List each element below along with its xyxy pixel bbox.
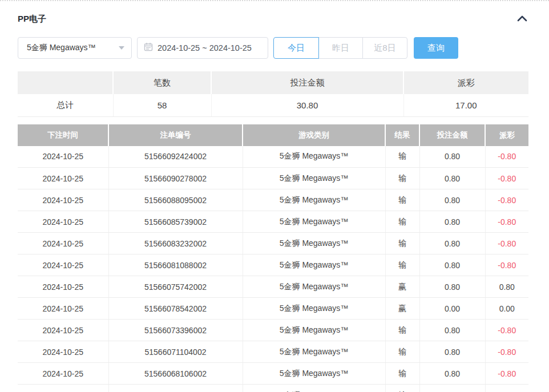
payout-cell: -0.80 — [485, 233, 528, 254]
result-cell: 输 — [385, 146, 419, 168]
bet-amount-cell: 0.80 — [419, 168, 485, 189]
bet-amount-cell: 0.80 — [419, 233, 485, 254]
calendar-icon — [144, 42, 153, 54]
header-order-id: 注单编号 — [108, 124, 243, 146]
summary-bet-amount-value: 30.80 — [211, 94, 403, 116]
table-row: 总计5830.8017.00 — [18, 94, 528, 116]
order-id-cell: 51566081088002 — [108, 254, 243, 276]
bet-time-cell: 2024-10-25 — [18, 363, 108, 385]
payout-cell: -0.80 — [485, 211, 528, 233]
result-cell: 赢 — [385, 276, 419, 298]
date-range-value: 2024-10-25 ~ 2024-10-25 — [158, 43, 252, 52]
game-select[interactable]: 5金狮 Megaways™ — [18, 37, 132, 59]
bet-time-cell: 2024-10-25 — [18, 146, 108, 168]
order-id-cell: 51566085739002 — [108, 211, 243, 233]
bet-time-cell: 2024-10-25 — [18, 189, 108, 211]
game-type-cell: 5金狮 Megaways™ — [243, 298, 385, 320]
order-id-cell: 51566078542002 — [108, 298, 243, 320]
bet-time-cell: 2024-10-25 — [18, 298, 108, 320]
game-type-cell: 5金狮 Megaways™ — [243, 168, 385, 189]
payout-cell: -0.80 — [485, 254, 528, 276]
summary-header-payout: 派彩 — [403, 71, 528, 94]
order-id-cell: 51566073396002 — [108, 320, 243, 341]
bet-time-cell: 2024-10-25 — [18, 168, 108, 189]
bet-amount-cell: 0.80 — [419, 363, 485, 385]
bet-time-cell: 2024-10-25 — [18, 385, 108, 392]
game-type-cell: 5金狮 Megaways™ — [243, 341, 385, 363]
bet-amount-cell: 0.80 — [419, 211, 485, 233]
table-row: 2024-10-25515660902780025金狮 Megaways™输0.… — [18, 168, 528, 189]
result-cell: 输 — [385, 320, 419, 341]
header-game-type: 游戏类别 — [243, 124, 385, 146]
payout-cell: -0.80 — [485, 363, 528, 385]
bet-time-cell: 2024-10-25 — [18, 341, 108, 363]
payout-cell: 0.00 — [485, 298, 528, 320]
summary-header-count: 笔数 — [113, 71, 211, 94]
chevron-up-icon — [516, 15, 528, 24]
summary-body: 总计5830.8017.00 — [18, 94, 528, 116]
game-type-cell: 5金狮 Megaways™ — [243, 254, 385, 276]
table-row: 2024-10-25515660757420025金狮 Megaways™赢0.… — [18, 276, 528, 298]
pp-electronic-panel: PP电子 5金狮 Megaways™ — [0, 0, 549, 392]
quick-date-button-group: 今日 昨日 近8日 — [273, 37, 407, 59]
order-id-cell: 51566075742002 — [108, 276, 243, 298]
bet-time-cell: 2024-10-25 — [18, 233, 108, 254]
bet-amount-cell: 0.80 — [419, 385, 485, 392]
game-type-cell: 5金狮 Megaways™ — [243, 146, 385, 168]
summary-payout-value: 17.00 — [403, 94, 528, 116]
summary-header-bet-amount: 投注金额 — [211, 71, 403, 94]
game-select-value: 5金狮 Megaways™ — [27, 43, 115, 53]
chevron-down-icon — [119, 46, 124, 50]
result-cell: 输 — [385, 341, 419, 363]
bets-header-row: 下注时间注单编号游戏类别结果投注金额派彩 — [18, 124, 528, 146]
payout-cell: 0.80 — [485, 276, 528, 298]
game-type-cell: 5金狮 Megaways™ — [243, 211, 385, 233]
result-cell: 输 — [385, 385, 419, 392]
header-payout: 派彩 — [485, 124, 528, 146]
collapse-button[interactable] — [516, 14, 528, 23]
result-cell: 输 — [385, 211, 419, 233]
header-bet-amount: 投注金额 — [419, 124, 485, 146]
result-cell: 输 — [385, 254, 419, 276]
bet-amount-cell: 0.80 — [419, 189, 485, 211]
game-type-cell: 5金狮 Megaways™ — [243, 320, 385, 341]
order-id-cell: 51566065848002 — [108, 385, 243, 392]
summary-table: 笔数投注金额派彩 总计5830.8017.00 — [18, 71, 528, 117]
query-button[interactable]: 查询 — [414, 37, 458, 59]
payout-cell: -0.80 — [485, 320, 528, 341]
quick-filter-yesterday-button[interactable]: 昨日 — [318, 37, 363, 59]
bet-amount-cell: 0.80 — [419, 320, 485, 341]
order-id-cell: 51566068106002 — [108, 363, 243, 385]
bets-body: 2024-10-25515660924240025金狮 Megaways™输0.… — [18, 146, 528, 392]
bet-amount-cell: 0.80 — [419, 276, 485, 298]
header-result: 结果 — [385, 124, 419, 146]
table-row: 2024-10-25515660880950025金狮 Megaways™输0.… — [18, 189, 528, 211]
summary-count-value: 58 — [113, 94, 211, 116]
payout-cell: -0.80 — [485, 385, 528, 392]
quick-filter-today-button[interactable]: 今日 — [273, 37, 319, 59]
table-row: 2024-10-25515660681060025金狮 Megaways™输0.… — [18, 363, 528, 385]
header-bet-time: 下注时间 — [18, 124, 108, 146]
order-id-cell: 51566071104002 — [108, 341, 243, 363]
bet-amount-cell: 0.80 — [419, 341, 485, 363]
table-row: 2024-10-25515660810880025金狮 Megaways™输0.… — [18, 254, 528, 276]
game-type-cell: 5金狮 Megaways™ — [243, 276, 385, 298]
payout-cell: -0.80 — [485, 168, 528, 189]
order-id-cell: 51566092424002 — [108, 146, 243, 168]
order-id-cell: 51566083232002 — [108, 233, 243, 254]
table-row: 2024-10-25515660832320025金狮 Megaways™输0.… — [18, 233, 528, 254]
result-cell: 输 — [385, 363, 419, 385]
bets-table: 下注时间注单编号游戏类别结果投注金额派彩 2024-10-25515660924… — [18, 124, 528, 392]
payout-cell: -0.80 — [485, 189, 528, 211]
table-row: 2024-10-25515660658480025金狮 Megaways™输0.… — [18, 385, 528, 392]
payout-cell: -0.80 — [485, 146, 528, 168]
result-cell: 输 — [385, 189, 419, 211]
game-type-cell: 5金狮 Megaways™ — [243, 385, 385, 392]
table-row: 2024-10-25515660857390025金狮 Megaways™输0.… — [18, 211, 528, 233]
panel-title: PP电子 — [18, 14, 46, 25]
order-id-cell: 51566090278002 — [108, 168, 243, 189]
table-row: 2024-10-25515660711040025金狮 Megaways™输0.… — [18, 341, 528, 363]
quick-filter-last8days-button[interactable]: 近8日 — [362, 37, 407, 59]
date-range-input[interactable]: 2024-10-25 ~ 2024-10-25 — [137, 37, 268, 59]
payout-cell: -0.80 — [485, 341, 528, 363]
